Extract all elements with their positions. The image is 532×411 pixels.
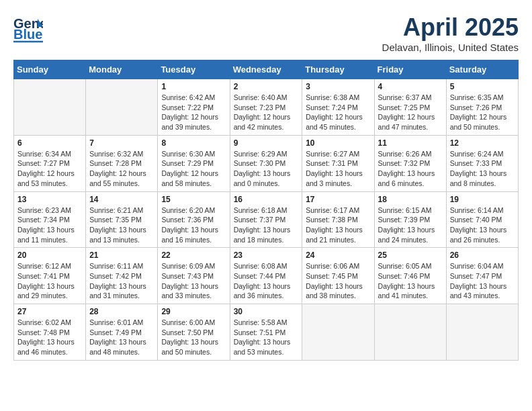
day-number: 16 bbox=[234, 195, 299, 204]
calendar-cell: 27Sunrise: 6:02 AMSunset: 7:48 PMDayligh… bbox=[14, 304, 86, 361]
day-info: Sunrise: 6:40 AMSunset: 7:23 PMDaylight:… bbox=[234, 93, 299, 132]
calendar-cell: 24Sunrise: 6:06 AMSunset: 7:45 PMDayligh… bbox=[302, 248, 374, 304]
day-info: Sunrise: 6:42 AMSunset: 7:22 PMDaylight:… bbox=[161, 93, 226, 132]
day-number: 8 bbox=[161, 138, 226, 148]
calendar-cell: 21Sunrise: 6:11 AMSunset: 7:42 PMDayligh… bbox=[86, 248, 158, 304]
calendar-cell: 7Sunrise: 6:32 AMSunset: 7:28 PMDaylight… bbox=[86, 135, 158, 191]
calendar-cell: 3Sunrise: 6:38 AMSunset: 7:24 PMDaylight… bbox=[302, 79, 374, 136]
day-number: 6 bbox=[17, 138, 82, 148]
day-number: 5 bbox=[450, 82, 515, 91]
day-number: 11 bbox=[378, 138, 443, 148]
weekday-header-monday: Monday bbox=[86, 60, 158, 79]
day-number: 9 bbox=[234, 138, 299, 148]
day-info: Sunrise: 6:23 AMSunset: 7:34 PMDaylight:… bbox=[17, 205, 82, 245]
title-area: April 2025 Delavan, Illinois, United Sta… bbox=[382, 13, 519, 53]
day-number: 18 bbox=[378, 195, 443, 204]
calendar-cell: 11Sunrise: 6:26 AMSunset: 7:32 PMDayligh… bbox=[374, 135, 446, 191]
day-info: Sunrise: 6:17 AMSunset: 7:38 PMDaylight:… bbox=[306, 205, 370, 245]
weekday-header-wednesday: Wednesday bbox=[230, 60, 302, 79]
calendar-cell: 10Sunrise: 6:27 AMSunset: 7:31 PMDayligh… bbox=[302, 135, 374, 191]
day-info: Sunrise: 6:01 AMSunset: 7:49 PMDaylight:… bbox=[89, 318, 154, 357]
weekday-header-thursday: Thursday bbox=[302, 60, 374, 79]
day-number: 21 bbox=[89, 250, 154, 260]
day-info: Sunrise: 6:09 AMSunset: 7:43 PMDaylight:… bbox=[161, 261, 226, 301]
day-number: 19 bbox=[450, 195, 515, 204]
day-info: Sunrise: 6:05 AMSunset: 7:46 PMDaylight:… bbox=[378, 261, 443, 301]
calendar-cell: 23Sunrise: 6:08 AMSunset: 7:44 PMDayligh… bbox=[230, 248, 302, 304]
calendar-cell: 13Sunrise: 6:23 AMSunset: 7:34 PMDayligh… bbox=[14, 191, 86, 248]
calendar-cell: 1Sunrise: 6:42 AMSunset: 7:22 PMDaylight… bbox=[158, 79, 230, 136]
day-number: 3 bbox=[306, 82, 370, 91]
day-info: Sunrise: 6:15 AMSunset: 7:39 PMDaylight:… bbox=[378, 205, 443, 245]
day-number: 15 bbox=[161, 195, 226, 204]
calendar-cell: 29Sunrise: 6:00 AMSunset: 7:50 PMDayligh… bbox=[158, 304, 230, 361]
calendar-cell bbox=[302, 304, 374, 361]
calendar: SundayMondayTuesdayWednesdayThursdayFrid… bbox=[13, 60, 519, 361]
day-info: Sunrise: 6:06 AMSunset: 7:45 PMDaylight:… bbox=[306, 261, 370, 301]
calendar-cell: 9Sunrise: 6:29 AMSunset: 7:30 PMDaylight… bbox=[230, 135, 302, 191]
weekday-header-sunday: Sunday bbox=[14, 60, 86, 79]
day-info: Sunrise: 6:00 AMSunset: 7:50 PMDaylight:… bbox=[161, 318, 226, 357]
calendar-cell: 15Sunrise: 6:20 AMSunset: 7:36 PMDayligh… bbox=[158, 191, 230, 248]
day-number: 22 bbox=[161, 250, 226, 260]
calendar-cell: 2Sunrise: 6:40 AMSunset: 7:23 PMDaylight… bbox=[230, 79, 302, 136]
svg-text:Blue: Blue bbox=[13, 27, 42, 42]
calendar-cell: 18Sunrise: 6:15 AMSunset: 7:39 PMDayligh… bbox=[374, 191, 446, 248]
day-number: 4 bbox=[378, 82, 443, 91]
logo: General Blue bbox=[13, 13, 44, 43]
calendar-cell: 16Sunrise: 6:18 AMSunset: 7:37 PMDayligh… bbox=[230, 191, 302, 248]
day-info: Sunrise: 6:29 AMSunset: 7:30 PMDaylight:… bbox=[234, 149, 299, 189]
day-number: 1 bbox=[161, 82, 226, 91]
day-info: Sunrise: 6:38 AMSunset: 7:24 PMDaylight:… bbox=[306, 93, 370, 132]
day-number: 27 bbox=[17, 307, 82, 316]
day-info: Sunrise: 6:35 AMSunset: 7:26 PMDaylight:… bbox=[450, 93, 515, 132]
week-row-5: 27Sunrise: 6:02 AMSunset: 7:48 PMDayligh… bbox=[14, 304, 519, 361]
day-number: 10 bbox=[306, 138, 370, 148]
calendar-cell: 30Sunrise: 5:58 AMSunset: 7:51 PMDayligh… bbox=[230, 304, 302, 361]
day-number: 26 bbox=[450, 250, 515, 260]
day-info: Sunrise: 6:27 AMSunset: 7:31 PMDaylight:… bbox=[306, 149, 370, 189]
day-info: Sunrise: 6:08 AMSunset: 7:44 PMDaylight:… bbox=[234, 261, 299, 301]
week-row-3: 13Sunrise: 6:23 AMSunset: 7:34 PMDayligh… bbox=[14, 191, 519, 248]
weekday-header-friday: Friday bbox=[374, 60, 446, 79]
week-row-4: 20Sunrise: 6:12 AMSunset: 7:41 PMDayligh… bbox=[14, 248, 519, 304]
calendar-cell: 25Sunrise: 6:05 AMSunset: 7:46 PMDayligh… bbox=[374, 248, 446, 304]
calendar-cell: 14Sunrise: 6:21 AMSunset: 7:35 PMDayligh… bbox=[86, 191, 158, 248]
header: General Blue April 2025 Delavan, Illinoi… bbox=[13, 13, 519, 53]
calendar-cell: 26Sunrise: 6:04 AMSunset: 7:47 PMDayligh… bbox=[446, 248, 518, 304]
calendar-cell: 8Sunrise: 6:30 AMSunset: 7:29 PMDaylight… bbox=[158, 135, 230, 191]
day-info: Sunrise: 6:02 AMSunset: 7:48 PMDaylight:… bbox=[17, 318, 82, 357]
calendar-cell bbox=[86, 79, 158, 136]
calendar-cell: 22Sunrise: 6:09 AMSunset: 7:43 PMDayligh… bbox=[158, 248, 230, 304]
day-info: Sunrise: 6:12 AMSunset: 7:41 PMDaylight:… bbox=[17, 261, 82, 301]
page-subtitle: Delavan, Illinois, United States bbox=[382, 42, 519, 53]
day-info: Sunrise: 6:32 AMSunset: 7:28 PMDaylight:… bbox=[89, 149, 154, 189]
calendar-cell: 19Sunrise: 6:14 AMSunset: 7:40 PMDayligh… bbox=[446, 191, 518, 248]
day-number: 24 bbox=[306, 250, 370, 260]
day-info: Sunrise: 6:21 AMSunset: 7:35 PMDaylight:… bbox=[89, 205, 154, 245]
calendar-cell: 12Sunrise: 6:24 AMSunset: 7:33 PMDayligh… bbox=[446, 135, 518, 191]
page-title: April 2025 bbox=[382, 13, 519, 42]
calendar-cell: 6Sunrise: 6:34 AMSunset: 7:27 PMDaylight… bbox=[14, 135, 86, 191]
day-number: 2 bbox=[234, 82, 299, 91]
day-info: Sunrise: 6:24 AMSunset: 7:33 PMDaylight:… bbox=[450, 149, 515, 189]
day-info: Sunrise: 6:30 AMSunset: 7:29 PMDaylight:… bbox=[161, 149, 226, 189]
day-number: 20 bbox=[17, 250, 82, 260]
calendar-cell bbox=[446, 304, 518, 361]
day-info: Sunrise: 6:04 AMSunset: 7:47 PMDaylight:… bbox=[450, 261, 515, 301]
day-info: Sunrise: 6:37 AMSunset: 7:25 PMDaylight:… bbox=[378, 93, 443, 132]
calendar-cell: 5Sunrise: 6:35 AMSunset: 7:26 PMDaylight… bbox=[446, 79, 518, 136]
day-number: 30 bbox=[234, 307, 299, 316]
calendar-cell: 4Sunrise: 6:37 AMSunset: 7:25 PMDaylight… bbox=[374, 79, 446, 136]
day-info: Sunrise: 5:58 AMSunset: 7:51 PMDaylight:… bbox=[234, 318, 299, 357]
day-number: 12 bbox=[450, 138, 515, 148]
day-number: 23 bbox=[234, 250, 299, 260]
day-number: 28 bbox=[89, 307, 154, 316]
logo-icon: General Blue bbox=[13, 13, 43, 43]
day-info: Sunrise: 6:26 AMSunset: 7:32 PMDaylight:… bbox=[378, 149, 443, 189]
day-number: 17 bbox=[306, 195, 370, 204]
day-info: Sunrise: 6:20 AMSunset: 7:36 PMDaylight:… bbox=[161, 205, 226, 245]
calendar-cell bbox=[14, 79, 86, 136]
day-info: Sunrise: 6:14 AMSunset: 7:40 PMDaylight:… bbox=[450, 205, 515, 245]
day-number: 7 bbox=[89, 138, 154, 148]
